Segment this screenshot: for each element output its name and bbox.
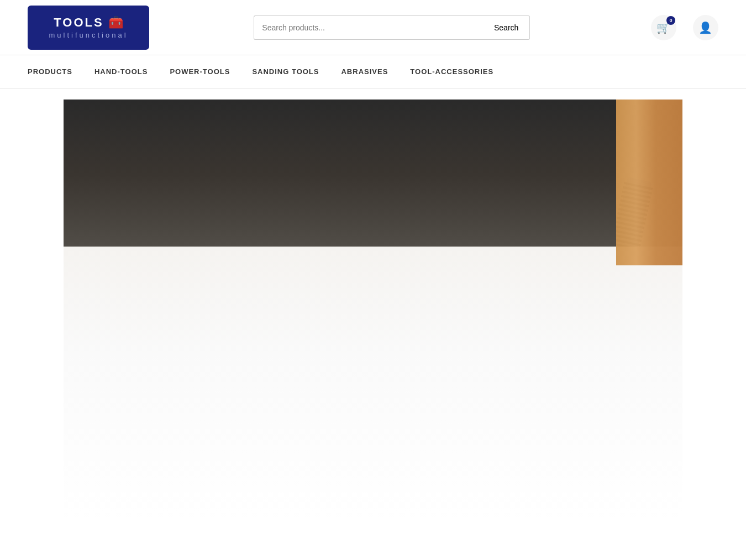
nav-item-products[interactable]: PRODUCTS xyxy=(28,55,83,88)
logo-area[interactable]: TOOLS 🧰 multifunctional xyxy=(28,6,149,50)
logo[interactable]: TOOLS 🧰 multifunctional xyxy=(28,6,149,50)
hero-image xyxy=(64,100,682,520)
user-icon: 👤 xyxy=(698,21,712,34)
cart-button[interactable]: 🛒 0 xyxy=(651,15,676,40)
cart-badge: 0 xyxy=(666,16,675,25)
nav-item-sanding-tools[interactable]: SANDING TOOLS xyxy=(241,55,330,88)
nav-item-abrasives[interactable]: ABRASIVES xyxy=(330,55,399,88)
site-header: TOOLS 🧰 multifunctional Search 🛒 0 👤 xyxy=(0,0,746,55)
main-navigation: PRODUCTS HAND-TOOLS POWER-TOOLS SANDING … xyxy=(0,55,746,88)
nav-item-tool-accessories[interactable]: TOOL-ACCESSORIES xyxy=(399,55,505,88)
search-area: Search xyxy=(254,15,530,40)
search-input[interactable] xyxy=(254,15,483,40)
toolbox-icon: 🧰 xyxy=(108,15,123,30)
header-actions: 🛒 0 👤 xyxy=(651,15,718,40)
hero-section xyxy=(0,88,746,560)
nav-item-hand-tools[interactable]: HAND-TOOLS xyxy=(83,55,159,88)
logo-subtitle: multifunctional xyxy=(49,31,128,39)
logo-title: TOOLS xyxy=(54,15,103,30)
search-button[interactable]: Search xyxy=(483,15,530,40)
hero-wood-edge xyxy=(616,100,682,265)
hero-paper-surface xyxy=(64,247,682,520)
nav-item-power-tools[interactable]: POWER-TOOLS xyxy=(159,55,241,88)
user-account-button[interactable]: 👤 xyxy=(693,15,718,40)
